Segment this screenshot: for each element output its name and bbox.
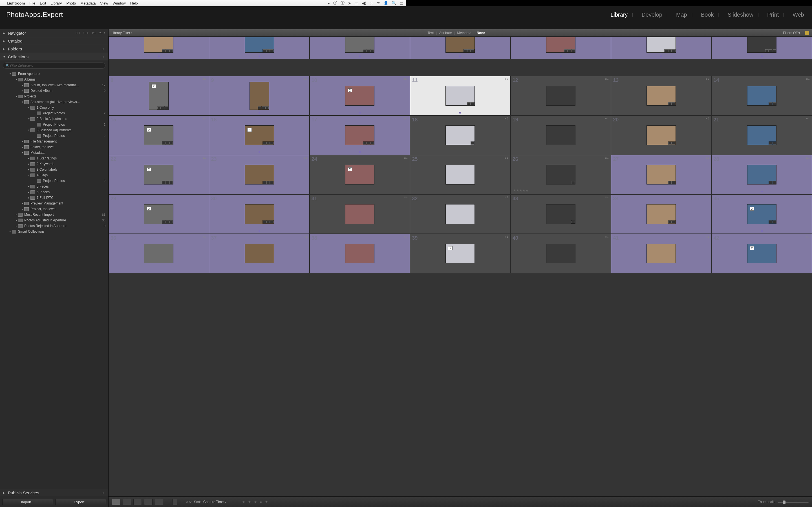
menu-photo[interactable]: Photo xyxy=(66,1,76,5)
tree-row[interactable]: ▾Albums xyxy=(0,76,108,82)
grid-cell[interactable]: 29≡⇣2 xyxy=(109,194,209,234)
tree-row[interactable]: ▾2 Basic Adjustments xyxy=(0,116,108,122)
disclosure-icon[interactable]: ▸ xyxy=(27,196,31,199)
tree-row[interactable]: ▸Deleted Album0 xyxy=(0,88,108,94)
sort-handle-icon[interactable]: ≡⇣ xyxy=(203,117,207,120)
tree-row[interactable]: ▸3 Color labels xyxy=(0,167,108,172)
tree-row[interactable]: ▸Most Recent Import61 xyxy=(0,212,108,217)
disclosure-icon[interactable]: ▸ xyxy=(15,219,18,222)
tree-row[interactable]: ·Project Photos2 xyxy=(0,133,108,138)
disclosure-icon[interactable]: ▶ xyxy=(3,40,6,43)
stack-badge[interactable]: 2 xyxy=(147,128,151,132)
disclosure-icon[interactable]: ▾ xyxy=(27,174,31,177)
menu-edit[interactable]: Edit xyxy=(40,1,46,5)
list-icon[interactable]: ≣ xyxy=(400,1,403,5)
sort-handle-icon[interactable]: ≡⇣ xyxy=(304,156,308,159)
grid-cell[interactable] xyxy=(209,37,309,59)
sort-handle-icon[interactable]: ≡⇣ xyxy=(203,156,207,159)
thumbnail[interactable]: 2 xyxy=(245,125,274,145)
volume-icon[interactable]: ◀) xyxy=(362,1,366,5)
tree-row[interactable]: ▾From Aperture xyxy=(0,71,108,76)
tree-row[interactable]: ▸Folder, top level xyxy=(0,144,108,150)
tree-row[interactable]: ▸Preview Management xyxy=(0,201,108,206)
grid-cell[interactable] xyxy=(310,37,406,59)
thumbnail[interactable] xyxy=(245,244,274,253)
disclosure-icon[interactable]: ▸ xyxy=(21,140,24,143)
menu-view[interactable]: View xyxy=(100,1,108,5)
collections-tree[interactable]: ▾From Aperture▾Albums▸Album, top level (… xyxy=(0,70,108,253)
te-icon[interactable]: ⓣ xyxy=(333,1,337,6)
disclosure-icon[interactable]: · xyxy=(33,179,37,182)
disclosure-icon[interactable]: ▸ xyxy=(27,185,31,188)
tree-row[interactable]: ▾Projects xyxy=(0,94,108,99)
disclosure-icon[interactable]: ▸ xyxy=(27,191,31,193)
disclosure-icon[interactable]: ▾ xyxy=(21,101,24,103)
collections-header[interactable]: ▼ Collections +. xyxy=(0,53,108,61)
sort-handle-icon[interactable]: ≡⇣ xyxy=(304,235,308,238)
wifi-icon[interactable]: ≋ xyxy=(377,1,380,5)
tree-row[interactable]: ·Project Photos2 xyxy=(0,122,108,127)
menu-app[interactable]: Lightroom xyxy=(7,1,25,5)
grid-cell[interactable]: 36≡⇣ xyxy=(109,234,209,253)
thumbnail[interactable] xyxy=(245,165,274,184)
grid-cell[interactable]: 9≡⇣ xyxy=(209,76,309,115)
disclosure-icon[interactable]: ▶ xyxy=(3,32,6,35)
info-icon[interactable]: ⓘ xyxy=(341,1,345,6)
tree-row[interactable]: ▸Photos Adjusted in Aperture36 xyxy=(0,217,108,223)
tree-row[interactable]: ▸5 Faces xyxy=(0,184,108,189)
sort-handle-icon[interactable]: ≡⇣ xyxy=(404,117,406,120)
spotlight-icon[interactable]: 🔍 xyxy=(392,1,396,5)
plus-icon[interactable]: +. xyxy=(102,47,105,51)
disclosure-icon[interactable]: ▾ xyxy=(27,106,31,109)
thumbnail[interactable]: 2 xyxy=(345,86,374,106)
disclosure-icon[interactable]: ▸ xyxy=(21,83,24,87)
location-icon[interactable]: ➤ xyxy=(348,1,351,5)
grid-cell[interactable]: 38≡⇣ xyxy=(310,234,406,253)
disclosure-icon[interactable]: ▸ xyxy=(27,163,31,165)
disclosure-icon[interactable]: · xyxy=(33,123,37,126)
disclosure-icon[interactable]: ▸ xyxy=(8,230,12,233)
grid-cell[interactable] xyxy=(109,37,209,59)
airplay-icon[interactable]: ▢ xyxy=(370,1,373,5)
menu-window[interactable]: Window xyxy=(113,1,126,5)
stack-badge[interactable]: 2 xyxy=(247,128,252,132)
tree-row[interactable]: ▾Metadata xyxy=(0,150,108,156)
grid-cell[interactable]: 16≡⇣2 xyxy=(209,115,309,155)
thumbnail[interactable]: 2 xyxy=(144,165,173,184)
disclosure-icon[interactable]: · xyxy=(33,112,37,115)
disclosure-icon[interactable]: ▶ xyxy=(3,47,6,50)
disclosure-icon[interactable]: ▾ xyxy=(21,151,24,154)
disclosure-icon[interactable]: ▸ xyxy=(21,89,24,92)
tree-row[interactable]: ▾Adjustments (full-size previews… xyxy=(0,99,108,105)
plus-icon[interactable]: +. xyxy=(102,55,105,59)
sort-handle-icon[interactable]: ≡⇣ xyxy=(304,117,308,120)
filter-collections-input[interactable]: 🔍 Filter Collections xyxy=(3,62,105,69)
sort-handle-icon[interactable]: ≡⇣ xyxy=(203,77,207,80)
tree-row[interactable]: ▸Smart Collections xyxy=(0,229,108,234)
thumbnail[interactable] xyxy=(345,204,374,224)
sort-handle-icon[interactable]: ≡⇣ xyxy=(203,235,207,238)
disclosure-icon[interactable]: ▸ xyxy=(15,224,18,227)
catalog-header[interactable]: ▶ Catalog xyxy=(0,37,108,45)
tree-row[interactable]: ▾4 Flags xyxy=(0,172,108,178)
grid-cell[interactable]: 24≡⇣2 xyxy=(310,155,406,194)
tree-row[interactable]: ▸Photos Rejected in Aperture0 xyxy=(0,223,108,229)
tree-row[interactable]: ▸7 Full IPTC xyxy=(0,195,108,201)
dropbox-icon[interactable]: ⬧ xyxy=(327,1,330,5)
disclosure-icon[interactable]: ▾ xyxy=(8,72,12,75)
tree-row[interactable]: ▸Project, top level xyxy=(0,206,108,212)
tree-row[interactable]: ▸1 Star ratings xyxy=(0,156,108,161)
tree-row[interactable]: ▸File Management xyxy=(0,138,108,144)
display-icon[interactable]: ▭ xyxy=(355,1,358,5)
disclosure-icon[interactable]: ▸ xyxy=(27,168,31,171)
tree-row[interactable]: ▸Album, top level (with metadat…12 xyxy=(0,82,108,88)
disclosure-icon[interactable]: ▾ xyxy=(15,78,18,81)
tree-row[interactable]: ▾3 Brushed Adjustments xyxy=(0,127,108,133)
grid-cell[interactable]: 17≡⇣ xyxy=(310,115,406,155)
grid-cell[interactable]: 30≡⇣ xyxy=(209,194,309,234)
disclosure-icon[interactable]: ▼ xyxy=(3,55,6,58)
grid-cell[interactable]: 31≡⇣ xyxy=(310,194,406,234)
menu-library[interactable]: Library xyxy=(51,1,62,5)
thumbnail[interactable]: 2 xyxy=(144,204,173,224)
stack-badge[interactable]: 2 xyxy=(348,89,352,93)
